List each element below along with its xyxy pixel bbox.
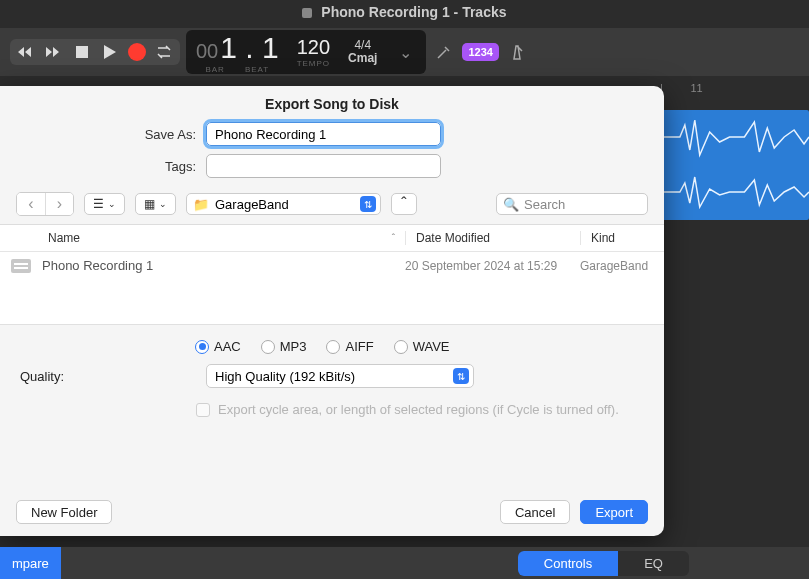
transport-bar: 00 1 . 1 BAR BEAT 120 TEMPO 4/4 Cmaj ⌄ 1… <box>0 28 809 76</box>
export-button[interactable]: Export <box>580 500 648 524</box>
nav-arrows: ‹ › <box>16 192 74 216</box>
svg-rect-3 <box>14 267 28 269</box>
cancel-button[interactable]: Cancel <box>500 500 570 524</box>
new-folder-button[interactable]: New Folder <box>16 500 112 524</box>
save-as-label: Save As: <box>0 127 206 142</box>
lcd-expand-icon[interactable]: ⌄ <box>395 43 416 62</box>
ruler-mark: | 11 <box>660 82 703 94</box>
column-name[interactable]: Name ˆ <box>0 231 405 245</box>
tags-label: Tags: <box>0 159 206 174</box>
project-file-icon <box>0 259 42 273</box>
lcd-bar-value: 00 <box>196 40 218 63</box>
cycle-checkbox[interactable] <box>196 403 210 417</box>
quality-select[interactable]: High Quality (192 kBit/s) ⇅ <box>206 364 474 388</box>
dialog-footer: New Folder Cancel Export <box>0 488 664 536</box>
column-kind[interactable]: Kind <box>580 231 664 245</box>
format-aac-radio[interactable]: AAC <box>195 339 241 354</box>
dialog-title: Export Song to Disk <box>0 86 664 118</box>
count-in-badge[interactable]: 1234 <box>462 43 498 61</box>
window-title: Phono Recording 1 - Tracks <box>0 4 809 20</box>
quality-value: High Quality (192 kBit/s) <box>215 369 355 384</box>
file-row[interactable]: Phono Recording 1 20 September 2024 at 1… <box>0 252 664 279</box>
chevron-updown-icon: ⇅ <box>360 196 376 212</box>
tags-input[interactable] <box>206 154 441 178</box>
lcd-bar-label: BAR <box>205 65 224 74</box>
format-wave-radio[interactable]: WAVE <box>394 339 450 354</box>
audio-region[interactable] <box>660 110 809 220</box>
search-icon: 🔍 <box>503 197 519 212</box>
tab-eq[interactable]: EQ <box>618 551 689 576</box>
location-value: GarageBand <box>215 197 289 212</box>
svg-rect-1 <box>11 259 31 273</box>
lcd-display[interactable]: 00 1 . 1 BAR BEAT 120 TEMPO 4/4 Cmaj ⌄ <box>186 30 426 74</box>
format-mp3-radio[interactable]: MP3 <box>261 339 307 354</box>
document-icon <box>302 8 312 18</box>
column-date[interactable]: Date Modified <box>405 231 580 245</box>
chevron-updown-icon: ⇅ <box>453 368 469 384</box>
browse-toolbar: ‹ › ☰ ⌄ ▦ ⌄ 📁 GarageBand ⇅ ˆ 🔍 Search <box>0 182 664 224</box>
format-radios: AAC MP3 AIFF WAVE <box>20 339 644 354</box>
forward-button[interactable]: › <box>45 193 73 215</box>
location-select[interactable]: 📁 GarageBand ⇅ <box>186 193 381 215</box>
transport-controls <box>10 39 180 65</box>
window-title-text: Phono Recording 1 - Tracks <box>321 4 506 20</box>
view-grid-button[interactable]: ▦ ⌄ <box>135 193 176 215</box>
save-as-input[interactable] <box>206 122 441 146</box>
lcd-tempo-value: 120 <box>297 36 330 59</box>
format-aiff-radio[interactable]: AIFF <box>326 339 373 354</box>
export-dialog: Export Song to Disk Save As: Tags: ‹ › ☰… <box>0 86 664 536</box>
lcd-key: Cmaj <box>348 52 377 65</box>
svg-rect-0 <box>76 46 88 58</box>
file-column-headers: Name ˆ Date Modified Kind <box>0 224 664 252</box>
lcd-tempo-label: TEMPO <box>297 59 330 68</box>
file-list: Phono Recording 1 20 September 2024 at 1… <box>0 252 664 324</box>
back-button[interactable]: ‹ <box>17 193 45 215</box>
compare-button[interactable]: mpare <box>0 547 61 579</box>
record-button[interactable] <box>128 43 146 61</box>
quality-label: Quality: <box>20 369 86 384</box>
view-list-button[interactable]: ☰ ⌄ <box>84 193 125 215</box>
svg-rect-2 <box>14 263 28 265</box>
bottom-bar: mpare Controls EQ <box>0 547 809 579</box>
folder-icon: 📁 <box>193 197 209 212</box>
cycle-button[interactable] <box>154 42 174 62</box>
search-placeholder: Search <box>524 197 565 212</box>
metronome-icon[interactable] <box>505 43 529 61</box>
file-name: Phono Recording 1 <box>42 258 405 273</box>
lcd-beat-value: 1 . 1 <box>220 31 278 65</box>
play-button[interactable] <box>100 42 120 62</box>
cycle-label: Export cycle area, or length of selected… <box>218 402 619 417</box>
sort-indicator-icon: ˆ <box>392 233 395 244</box>
rewind-button[interactable] <box>16 42 36 62</box>
lcd-beat-label: BEAT <box>245 65 269 74</box>
forward-button[interactable] <box>44 42 64 62</box>
file-kind: GarageBand <box>580 259 664 273</box>
up-folder-button[interactable]: ˆ <box>391 193 417 215</box>
stop-button[interactable] <box>72 42 92 62</box>
tab-controls[interactable]: Controls <box>518 551 618 576</box>
search-input[interactable]: 🔍 Search <box>496 193 648 215</box>
tuner-icon[interactable] <box>432 42 456 62</box>
inspector-tabs: Controls EQ <box>518 551 689 576</box>
format-options: AAC MP3 AIFF WAVE Quality: High Quality … <box>0 324 664 423</box>
file-date: 20 September 2024 at 15:29 <box>405 259 580 273</box>
